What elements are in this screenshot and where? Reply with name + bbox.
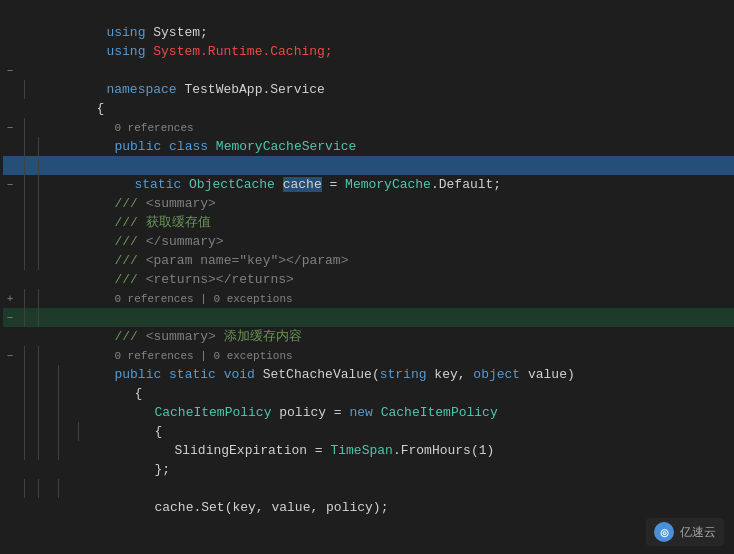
gutter-10[interactable]: − bbox=[0, 175, 20, 194]
line-content-7: public class MemoryCacheService bbox=[48, 118, 734, 137]
indent-22d bbox=[68, 403, 88, 422]
gutter-22 bbox=[0, 403, 20, 422]
gutter-20 bbox=[0, 365, 20, 384]
gutter-26 bbox=[0, 479, 20, 498]
indent-bar-9a bbox=[20, 156, 28, 175]
line-content-2: using System.Runtime.Caching; bbox=[40, 23, 734, 42]
bar-13b bbox=[38, 232, 39, 251]
bar-10b bbox=[38, 175, 39, 194]
gutter-21 bbox=[0, 384, 20, 403]
line-content-15: 0 references | 0 exceptions bbox=[48, 270, 734, 289]
indent-1 bbox=[20, 4, 40, 23]
bar-7 bbox=[24, 118, 25, 137]
line-content-3 bbox=[40, 42, 734, 61]
watermark: ◎ 亿速云 bbox=[646, 518, 724, 546]
line-content-20: { bbox=[68, 365, 734, 384]
gutter-7[interactable]: − bbox=[0, 118, 20, 137]
gutter-3 bbox=[0, 42, 20, 61]
gutter-17[interactable]: − bbox=[0, 308, 20, 327]
indent-6b bbox=[28, 99, 48, 118]
bar-24a bbox=[24, 441, 25, 460]
indent-bar-24c bbox=[48, 441, 68, 460]
gutter-14 bbox=[0, 251, 20, 270]
watermark-text: 亿速云 bbox=[680, 524, 716, 541]
bar-22b bbox=[38, 403, 39, 422]
line-content-8: { bbox=[48, 137, 734, 156]
gutter-24 bbox=[0, 441, 20, 460]
bar-8a bbox=[24, 137, 25, 156]
code-line-6: 0 references bbox=[0, 99, 734, 118]
bar-26a bbox=[24, 479, 25, 498]
indent-bar-24b bbox=[28, 441, 48, 460]
gutter-5 bbox=[0, 80, 20, 99]
code-editor: using System; using System.Runtime.Cachi… bbox=[0, 0, 734, 554]
gutter-1 bbox=[0, 4, 20, 23]
bar-16a bbox=[24, 289, 25, 308]
indent-bar-20c bbox=[48, 365, 68, 384]
bar-23a bbox=[24, 422, 25, 441]
line-content-23: SlidingExpiration = TimeSpan.FromHours(1… bbox=[108, 422, 734, 441]
line-content-4: namespace TestWebApp.Service bbox=[40, 61, 734, 80]
indent-bar-23a bbox=[20, 422, 28, 441]
code-line-24: }; bbox=[0, 441, 734, 460]
indent-bar-23b bbox=[28, 422, 48, 441]
indent-bar-22b bbox=[28, 403, 48, 422]
indent-23e bbox=[88, 422, 108, 441]
bar-11b bbox=[38, 194, 39, 213]
indent-bar-10a bbox=[20, 175, 28, 194]
line-content-21: CacheItemPolicy policy = new CacheItemPo… bbox=[88, 384, 734, 403]
line-content-16: private object GetCacheValue(string key)… bbox=[48, 289, 734, 308]
gutter-23 bbox=[0, 422, 20, 441]
gutter-16[interactable]: + bbox=[0, 289, 20, 308]
code-line-3 bbox=[0, 42, 734, 61]
indent-bar-23d bbox=[68, 422, 88, 441]
gutter-15 bbox=[0, 270, 20, 289]
bar-17b bbox=[38, 308, 39, 327]
code-line-2: using System.Runtime.Caching; bbox=[0, 23, 734, 42]
gutter-8 bbox=[0, 137, 20, 156]
code-line-1: using System; bbox=[0, 4, 734, 23]
indent-21d bbox=[68, 384, 88, 403]
code-line-26: cache.Set(key, value, policy); bbox=[0, 479, 734, 498]
bar-8b bbox=[38, 137, 39, 156]
code-line-22: { bbox=[0, 403, 734, 422]
gutter-9 bbox=[0, 156, 20, 175]
bar-20c bbox=[58, 365, 59, 384]
gutter-6 bbox=[0, 99, 20, 118]
line-content-9: static ObjectCache cache = MemoryCache.D… bbox=[68, 156, 734, 175]
bar-12b bbox=[38, 213, 39, 232]
indent-bar-5 bbox=[20, 80, 28, 99]
indent-bar-7 bbox=[20, 118, 28, 137]
line-content-18: 0 references | 0 exceptions bbox=[48, 327, 734, 346]
line-content-1: using System; bbox=[40, 4, 734, 23]
indent-15b bbox=[28, 270, 48, 289]
bar-21b bbox=[38, 384, 39, 403]
indent-bar-10b bbox=[28, 175, 48, 194]
gutter-19[interactable]: − bbox=[0, 346, 20, 365]
left-indicator bbox=[0, 0, 3, 554]
indent-bar-14a bbox=[20, 251, 28, 270]
code-line-16: + private object GetCacheValue(string ke… bbox=[0, 289, 734, 308]
bar-20b bbox=[38, 365, 39, 384]
bar-20a bbox=[24, 365, 25, 384]
line-content-14: /// <returns></returns> bbox=[48, 251, 734, 270]
bar-19a bbox=[24, 346, 25, 365]
indent-bar-11b bbox=[28, 194, 48, 213]
indent-bar-24a bbox=[20, 441, 28, 460]
gutter-4[interactable]: − bbox=[0, 61, 20, 80]
indent-bar-8 bbox=[20, 137, 28, 156]
code-line-8: { bbox=[0, 137, 734, 156]
line-content-6: 0 references bbox=[48, 99, 734, 118]
code-line-11: /// 获取缓存值 bbox=[0, 194, 734, 213]
indent-bar-12b bbox=[28, 213, 48, 232]
indent-bar-17b bbox=[28, 308, 48, 327]
bar-16b bbox=[38, 289, 39, 308]
bar-26b bbox=[38, 479, 39, 498]
indent-7b bbox=[28, 118, 48, 137]
line-content-13: /// <param name="key"></param> bbox=[48, 232, 734, 251]
indent-bar-8b bbox=[28, 137, 48, 156]
bar-17a bbox=[24, 308, 25, 327]
line-content-12: /// </summary> bbox=[48, 213, 734, 232]
code-line-10: − /// <summary> bbox=[0, 175, 734, 194]
bar-10a bbox=[24, 175, 25, 194]
